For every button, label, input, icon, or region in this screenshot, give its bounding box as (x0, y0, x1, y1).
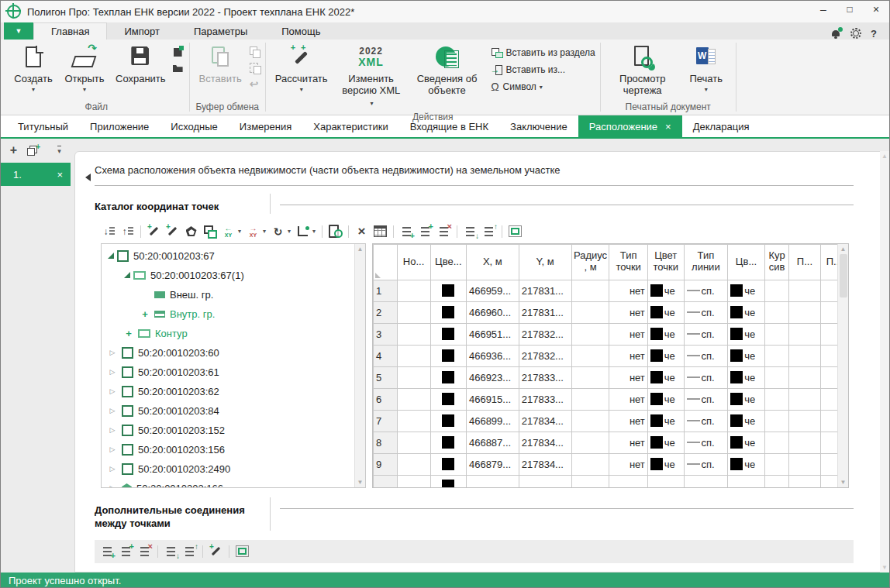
section-tab-1[interactable]: Титульный (7, 115, 79, 137)
preview-icon[interactable] (327, 224, 343, 239)
axes-icon[interactable] (295, 224, 311, 239)
y-coordinate-cell[interactable]: 217834... (519, 453, 571, 475)
point-color-cell[interactable] (430, 366, 466, 388)
num-cell[interactable] (397, 323, 430, 345)
point-type-cell[interactable]: нет (609, 453, 647, 475)
tree-expander-icon[interactable]: ▷ (108, 445, 117, 453)
fit-frame-icon[interactable] (507, 224, 523, 239)
dropdown-caret-icon[interactable]: ▾ (238, 228, 241, 235)
scroll-down-icon[interactable]: ▼ (840, 479, 847, 486)
y-coordinate-cell[interactable]: 217834... (519, 432, 571, 453)
tree-expander-icon[interactable]: ▷ (108, 368, 117, 376)
point-color-cell[interactable]: че (647, 453, 684, 475)
italic-cell[interactable] (764, 323, 788, 345)
column-header[interactable]: Радиус, м (571, 244, 609, 280)
line-type-cell[interactable]: сп. (684, 453, 728, 475)
row-header[interactable]: 3 (374, 323, 398, 345)
column-header[interactable]: П... (789, 244, 820, 280)
import-xy-icon[interactable] (220, 224, 236, 239)
tab-close-icon[interactable]: × (665, 121, 671, 132)
section-tab-5[interactable]: Характеристики (302, 115, 398, 137)
tree-item[interactable]: ▷50:20:0010203:62 (102, 382, 365, 401)
section-tab-4[interactable]: Измерения (229, 115, 302, 137)
line-type-cell[interactable]: сп. (684, 410, 728, 432)
line-type-cell[interactable]: сп. (684, 366, 728, 388)
num-cell[interactable] (397, 388, 430, 410)
italic-cell[interactable] (764, 410, 788, 432)
column-header[interactable]: X, м (466, 244, 519, 280)
point-color-cell[interactable] (430, 388, 466, 410)
symbol-button[interactable]: Ω Символ ▾ (491, 78, 595, 95)
italic-cell[interactable] (764, 301, 788, 323)
tree-item[interactable]: ▷50:20:0010203:60 (102, 343, 365, 363)
radius-cell[interactable] (571, 410, 609, 432)
line-type-cell[interactable]: сп. (684, 323, 728, 345)
delete-x-icon[interactable] (354, 224, 370, 239)
italic-cell[interactable] (764, 345, 788, 366)
p1-cell[interactable] (789, 475, 820, 488)
dropdown-caret-icon[interactable]: ▾ (263, 228, 266, 235)
renumber-down-icon[interactable] (101, 224, 117, 239)
radius-cell[interactable] (571, 366, 609, 388)
column-header[interactable]: Y, м (519, 244, 571, 280)
settings-gear-icon[interactable] (850, 28, 861, 39)
save-as-icon[interactable] (172, 46, 185, 58)
insert-from-section-button[interactable]: Вставить из раздела (491, 44, 595, 61)
dropdown-caret-icon[interactable]: ▾ (312, 228, 316, 235)
table-scrollbar[interactable]: ▲ ▼ (837, 244, 848, 487)
menu-tab-3[interactable]: Параметры (177, 22, 264, 40)
maximize-button[interactable]: □ (837, 1, 863, 19)
point-color-cell[interactable] (430, 410, 466, 432)
row-header[interactable]: 4 (374, 345, 398, 366)
line-color-cell[interactable]: че (728, 280, 765, 301)
preview-drawing-button[interactable]: Просмотр чертежа (605, 43, 680, 99)
plus-expander-icon[interactable]: + (124, 328, 133, 339)
num-cell[interactable] (397, 301, 430, 323)
close-button[interactable]: × (863, 1, 889, 19)
row-header[interactable]: 1 (374, 280, 398, 301)
collapse-panel-icon[interactable] (85, 174, 91, 181)
point-color-cell[interactable]: че (647, 366, 684, 388)
copy-icon[interactable] (248, 46, 260, 58)
radius-cell[interactable] (571, 280, 609, 301)
add-row-icon[interactable] (398, 224, 415, 239)
p1-cell[interactable] (789, 323, 820, 345)
duplicate-page-icon[interactable] (24, 143, 40, 158)
scroll-up-icon[interactable]: ▲ (357, 246, 364, 253)
radius-cell[interactable] (571, 432, 609, 453)
section-tab-8[interactable]: Расположение× (578, 115, 682, 137)
radius-cell[interactable] (571, 388, 609, 410)
tree-item[interactable]: Внеш. гр. (102, 285, 365, 304)
scroll-up-icon[interactable]: ▲ (840, 246, 847, 253)
tree-item[interactable]: 50:20:0010203:67 (102, 246, 365, 266)
tree-expander-icon[interactable]: ▷ (108, 465, 117, 473)
delete-row-icon[interactable] (436, 224, 452, 239)
menu-tab-1[interactable]: Главная (33, 22, 107, 40)
num-cell[interactable] (397, 453, 430, 475)
italic-cell[interactable] (764, 388, 788, 410)
line-color-cell[interactable]: че (728, 345, 765, 366)
row-header[interactable]: 8 (374, 432, 398, 453)
p1-cell[interactable] (789, 453, 820, 475)
line-color-cell[interactable]: че (728, 366, 765, 388)
point-color-cell[interactable] (647, 475, 684, 488)
point-type-cell[interactable]: нет (609, 388, 647, 410)
tree-scrollbar[interactable]: ▲ ▼ (354, 244, 365, 487)
section-tab-6[interactable]: Входящие в ЕНК (399, 115, 499, 137)
point-color-cell[interactable] (430, 475, 466, 488)
x-coordinate-cell[interactable]: 466951... (466, 323, 519, 345)
point-color-cell[interactable]: че (647, 345, 684, 366)
copy-contour-icon[interactable] (202, 224, 218, 239)
scroll-down-icon[interactable]: ▼ (357, 479, 364, 486)
radius-cell[interactable] (571, 453, 609, 475)
num-cell[interactable] (397, 410, 430, 432)
tree-item[interactable]: ▷50:20:0010203:152 (102, 421, 365, 440)
menu-tab-2[interactable]: Импорт (107, 22, 176, 40)
minimize-button[interactable]: – (810, 1, 837, 19)
radius-cell[interactable] (571, 345, 609, 366)
column-header[interactable]: Цв... (728, 244, 765, 280)
point-color-cell[interactable] (430, 432, 466, 453)
tree-item[interactable]: 50:20:0010203:67(1) (102, 266, 365, 285)
line-color-cell[interactable]: че (728, 410, 765, 432)
italic-cell[interactable] (764, 475, 788, 488)
